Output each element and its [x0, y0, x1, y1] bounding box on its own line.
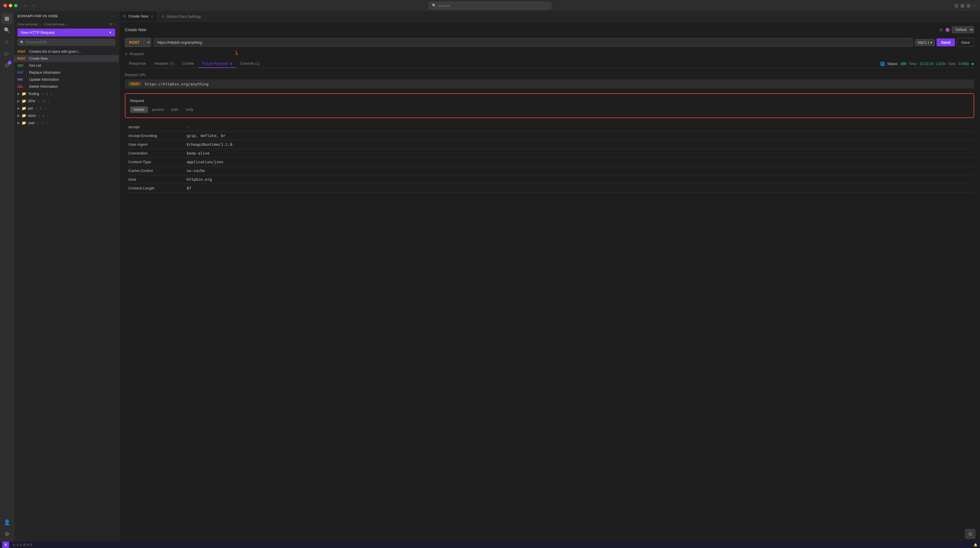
- list-item[interactable]: PAT Update Information: [14, 76, 119, 83]
- subtab-path[interactable]: path: [168, 106, 181, 113]
- folder-count-val: 2: [46, 92, 48, 95]
- sidebar-title: ECHOAPI FOR VS CODE: [18, 14, 58, 18]
- forward-button[interactable]: →: [30, 3, 36, 8]
- folder-item-user[interactable]: ▶ 📁 user ( 7 ): [14, 119, 119, 127]
- folder-name: user: [28, 121, 35, 125]
- tab-create-new[interactable]: ⬡ Create New ✕: [119, 11, 158, 21]
- folder-arrow-icon: ▶: [18, 107, 20, 110]
- settings-icon: ⚙: [5, 531, 10, 537]
- request-url-label: Request URL: [125, 73, 974, 77]
- tab-icon: ⬡: [123, 14, 126, 18]
- search-input[interactable]: [438, 3, 548, 8]
- header-key: Accept-Encoding: [125, 132, 183, 140]
- send-button[interactable]: Send: [937, 38, 955, 46]
- activity-item-account[interactable]: 👤: [2, 517, 12, 527]
- save-button[interactable]: Save: [957, 38, 974, 47]
- new-request-button[interactable]: New HTTP Request ▼: [18, 29, 115, 37]
- tab-close-icon[interactable]: ✕: [151, 14, 153, 18]
- request-name: Creates list of users with given i...: [29, 49, 115, 54]
- sidebar-path: Cora personal ... / Cora personal ... ↻ …: [14, 21, 119, 29]
- subtab-header[interactable]: header: [130, 106, 148, 113]
- sidebar-toggle-icon[interactable]: ⊟: [955, 3, 958, 8]
- header-value: -: [183, 123, 974, 132]
- activity-item-run[interactable]: ▷: [2, 48, 12, 59]
- tab-console[interactable]: Console (1): [236, 59, 264, 68]
- active-dot: [230, 63, 232, 65]
- sidebar-search-box[interactable]: 🔍: [18, 39, 115, 46]
- settings-icon[interactable]: ⊙: [939, 27, 943, 32]
- method-badge-del: DEL: [18, 85, 27, 88]
- back-button[interactable]: ←: [22, 3, 29, 8]
- list-item[interactable]: POST Create New: [14, 55, 119, 62]
- size-dot: ●: [971, 61, 974, 67]
- page-header: Create New ⊙ 🟣 Default: [125, 26, 974, 33]
- sidebar-search-input[interactable]: [26, 40, 113, 44]
- request-subtabs: header params path body: [130, 106, 969, 113]
- panel-toggle-icon[interactable]: ⊠: [961, 3, 964, 8]
- close-button[interactable]: [3, 4, 7, 7]
- status-shortcut[interactable]: X: [2, 542, 9, 548]
- request-name: Delete Information: [29, 84, 115, 89]
- maximize-button[interactable]: [14, 4, 18, 7]
- tab-global-para[interactable]: ⊙ Global Para Settings: [158, 11, 205, 21]
- folder-item-apis[interactable]: ▶ 📁 APIs ( 10 ): [14, 97, 119, 105]
- folder-name: Testing: [28, 92, 39, 96]
- request-name: Create New: [29, 57, 115, 60]
- run-icon: ▷: [5, 51, 9, 57]
- minimize-button[interactable]: [9, 4, 12, 7]
- url-input[interactable]: [153, 38, 913, 47]
- method-select[interactable]: POST: [125, 38, 151, 47]
- layout-icon[interactable]: ⊞: [967, 3, 970, 8]
- method-badge-put: PUT: [18, 71, 27, 74]
- page-title: Create New: [125, 27, 146, 32]
- tab-bar: ⬡ Create New ✕ ⊙ Global Para Settings: [119, 11, 980, 22]
- http-version-select[interactable]: http/1.1 ▾: [915, 39, 934, 46]
- tab-cookie[interactable]: Cookie: [178, 59, 198, 68]
- header-value: httpbin.org: [183, 175, 974, 184]
- folder-arrow-icon: ▶: [18, 114, 20, 117]
- environment-select[interactable]: Default: [952, 26, 974, 33]
- activity-item-source-control[interactable]: ⑂: [2, 37, 12, 47]
- activity-item-explorer[interactable]: ⊞: [2, 13, 12, 24]
- list-item[interactable]: PUT Replace Information: [14, 69, 119, 76]
- expand-icon[interactable]: ⊞: [965, 529, 975, 538]
- list-item[interactable]: DEL Delete Information: [14, 83, 119, 90]
- request-name: Get List: [29, 64, 115, 68]
- subtab-params[interactable]: params: [148, 106, 167, 113]
- collapse-icon[interactable]: ∨: [125, 52, 128, 56]
- request-box: Request header params path body: [125, 93, 974, 118]
- content-area: Create New ⊙ 🟣 Default POST: [119, 22, 980, 542]
- page-header-right: ⊙ 🟣 Default: [939, 26, 974, 33]
- subtab-body[interactable]: body: [182, 106, 197, 113]
- globe-icon: 🌐: [880, 62, 885, 66]
- path-part2[interactable]: Cora personal ...: [45, 22, 68, 26]
- folder-icon: 📁: [22, 113, 26, 118]
- folder-item-store[interactable]: ▶ 📁 store ( 4 ): [14, 112, 119, 119]
- list-item[interactable]: GET Get List: [14, 62, 119, 69]
- tab-headers[interactable]: Headers (7): [150, 59, 178, 68]
- tab-actual-request[interactable]: Actual Request ➘: [198, 59, 236, 68]
- header-key: accept: [125, 123, 183, 132]
- activity-item-extensions[interactable]: ⊙ 1: [2, 60, 12, 70]
- more-icon[interactable]: ···: [973, 3, 977, 8]
- activity-item-settings[interactable]: ⚙: [2, 529, 12, 539]
- activity-bottom: 👤 ⚙: [2, 517, 12, 539]
- folder-item-testing[interactable]: ▶ 📁 Testing ( 2 ): [14, 90, 119, 97]
- sync-icon[interactable]: ↻: [110, 22, 112, 26]
- notification-bell[interactable]: 🔔: [974, 543, 978, 547]
- size-value: 0.69kb: [958, 62, 969, 66]
- sidebar-more-icon[interactable]: ···: [111, 13, 115, 19]
- status-bar-left: ⊙ 0 ⚠ 0 ↻ 0: [13, 543, 32, 547]
- search-bar[interactable]: 🔍: [429, 2, 551, 10]
- url-display: POST https://httpbin.org/anything: [125, 79, 974, 89]
- tab-response[interactable]: Response: [125, 59, 150, 68]
- activity-item-search[interactable]: 🔍: [2, 25, 12, 36]
- titlebar: ← → 🔍 ⊟ ⊠ ⊞ ···: [0, 0, 980, 11]
- extensions-badge: 1: [8, 60, 12, 65]
- list-item[interactable]: POST Creates list of users with given i.…: [14, 48, 119, 55]
- path-part1[interactable]: Cora personal ...: [18, 22, 41, 26]
- folder-item-pet[interactable]: ▶ 📁 pet ( 9 ): [14, 105, 119, 112]
- upload-icon[interactable]: ↑: [113, 22, 115, 26]
- folder-icon: 📁: [22, 106, 26, 110]
- folder-count-close: ): [45, 107, 46, 110]
